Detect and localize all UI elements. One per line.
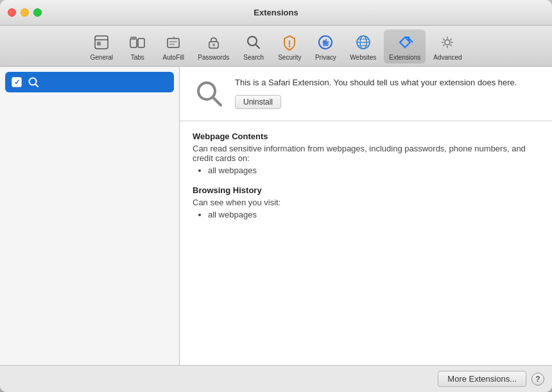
toolbar-item-tabs[interactable]: Tabs xyxy=(121,30,154,64)
sidebar: ✓ xyxy=(0,67,180,365)
privacy-icon xyxy=(315,32,336,53)
tabs-icon xyxy=(127,32,148,53)
more-extensions-button[interactable]: More Extensions... xyxy=(438,371,526,387)
window-title: Extensions xyxy=(254,8,298,17)
close-button[interactable] xyxy=(8,8,16,17)
browsing-history-list: all webpages xyxy=(193,210,539,219)
check-mark-icon: ✓ xyxy=(14,78,20,87)
webpage-contents-title: Webpage Contents xyxy=(193,132,539,141)
svg-rect-4 xyxy=(138,38,144,47)
advanced-label: Advanced xyxy=(433,54,461,61)
browsing-history-title: Browsing History xyxy=(193,185,539,195)
extension-header: This is a Safari Extension. You should t… xyxy=(180,67,552,121)
toolbar-item-search[interactable]: Search xyxy=(237,30,270,64)
svg-rect-5 xyxy=(130,37,137,40)
sidebar-item-search-ext[interactable]: ✓ xyxy=(5,72,174,92)
general-label: General xyxy=(91,54,114,61)
toolbar-item-extensions[interactable]: Extensions xyxy=(384,30,426,64)
toolbar: General Tabs AutoFill xyxy=(0,26,552,67)
svg-point-23 xyxy=(445,40,450,45)
extension-big-icon xyxy=(193,77,226,110)
search-label: Search xyxy=(243,54,264,61)
security-label: Security xyxy=(278,54,301,61)
toolbar-item-websites[interactable]: Websites xyxy=(345,30,381,64)
history-list-item: all webpages xyxy=(208,210,539,219)
extension-checkbox[interactable]: ✓ xyxy=(12,77,22,87)
toolbar-item-privacy[interactable]: Privacy xyxy=(309,30,342,64)
traffic-lights xyxy=(8,8,42,17)
security-icon xyxy=(279,32,300,53)
svg-line-25 xyxy=(35,84,38,87)
safari-extensions-window: Extensions General Tabs xyxy=(0,0,552,392)
main-content: ✓ MALWARETIPS xyxy=(0,67,552,365)
autofill-icon xyxy=(163,32,184,53)
tabs-label: Tabs xyxy=(131,54,144,61)
webpage-contents-list: all webpages xyxy=(193,166,539,175)
svg-rect-3 xyxy=(130,38,137,47)
toolbar-item-security[interactable]: Security xyxy=(273,30,306,64)
svg-point-10 xyxy=(212,44,215,46)
svg-line-27 xyxy=(213,98,221,105)
permission-section-webpage: Webpage Contents Can read sensitive info… xyxy=(193,132,539,175)
webpage-list-item: all webpages xyxy=(208,166,539,175)
permissions-panel: Webpage Contents Can read sensitive info… xyxy=(180,121,552,365)
extension-sidebar-icon xyxy=(27,76,40,89)
toolbar-item-autofill[interactable]: AutoFill xyxy=(157,30,190,64)
extensions-label: Extensions xyxy=(389,54,420,61)
maximize-button[interactable] xyxy=(33,8,42,17)
permission-section-history: Browsing History Can see when you visit:… xyxy=(193,185,539,219)
uninstall-button[interactable]: Uninstall xyxy=(235,95,281,109)
advanced-icon xyxy=(437,32,458,53)
websites-icon xyxy=(353,32,374,53)
minimize-button[interactable] xyxy=(21,8,29,17)
toolbar-item-passwords[interactable]: Passwords xyxy=(193,30,234,64)
webpage-contents-desc: Can read sensitive information from webp… xyxy=(193,144,539,163)
general-icon xyxy=(91,32,112,53)
toolbar-item-advanced[interactable]: Advanced xyxy=(428,30,467,64)
svg-rect-2 xyxy=(97,42,101,46)
passwords-label: Passwords xyxy=(198,54,229,61)
svg-rect-6 xyxy=(168,38,179,47)
passwords-icon xyxy=(203,32,224,53)
search-toolbar-icon xyxy=(243,32,264,53)
help-button[interactable]: ? xyxy=(531,373,544,386)
privacy-label: Privacy xyxy=(315,54,336,61)
footer: More Extensions... ? xyxy=(0,365,552,392)
svg-line-12 xyxy=(255,44,259,48)
extension-info: This is a Safari Extension. You should t… xyxy=(235,77,539,109)
autofill-label: AutoFill xyxy=(163,54,184,61)
detail-panel: MALWARETIPS This is a Safari Extension. … xyxy=(180,67,552,365)
websites-label: Websites xyxy=(350,54,376,61)
extensions-icon xyxy=(395,32,415,53)
svg-point-14 xyxy=(289,46,291,47)
browsing-history-desc: Can see when you visit: xyxy=(193,198,539,207)
title-bar: Extensions xyxy=(0,0,552,26)
toolbar-item-general[interactable]: General xyxy=(85,30,118,64)
extension-description: This is a Safari Extension. You should t… xyxy=(235,77,539,89)
